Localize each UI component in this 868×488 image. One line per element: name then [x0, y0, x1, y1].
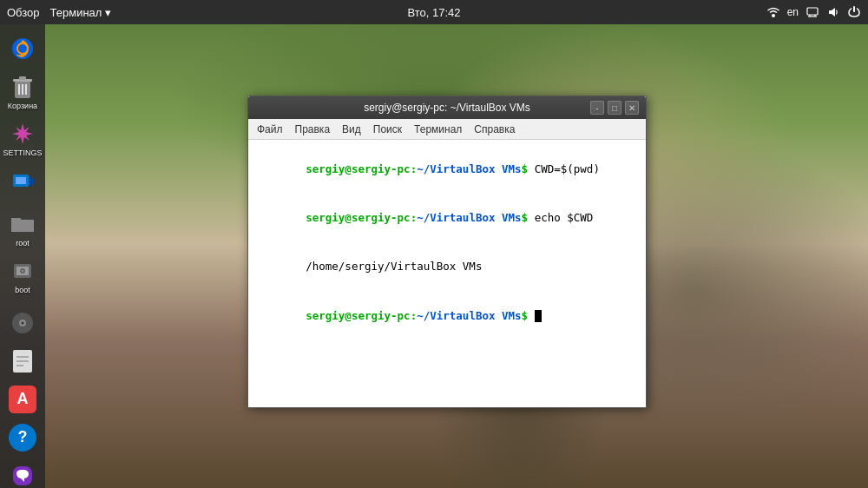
dock-item-settings[interactable]: SETTINGS — [3, 116, 42, 162]
prompt-dollar-1: $ — [522, 162, 529, 175]
cmd-2: echo $CWD — [528, 211, 593, 224]
firefox-icon — [9, 35, 36, 63]
virtualbox-icon — [9, 167, 36, 195]
prompt-dir-2: ~/VirtaulBox VMs — [417, 211, 521, 224]
terminal-menu-view[interactable]: Вид — [337, 122, 366, 137]
dock-item-virtualbox[interactable] — [3, 163, 42, 200]
cursor — [535, 310, 542, 322]
trash-icon — [9, 73, 36, 101]
dock-item-trash[interactable]: Корзина — [3, 69, 42, 115]
settings-label: SETTINGS — [3, 149, 43, 158]
prompt-dollar-2: $ — [522, 211, 529, 224]
svg-marker-5 — [829, 8, 835, 16]
terminal-maximize-btn[interactable]: □ — [608, 101, 621, 115]
terminal-menu-edit[interactable]: Правка — [290, 122, 336, 137]
svg-point-7 — [18, 44, 27, 53]
terminal-title: sergiy@sergiy-pc: ~/VirtaulBox VMs — [364, 102, 530, 114]
terminal-controls: - □ ✕ — [590, 101, 639, 115]
terminal-body[interactable]: sergiy@sergiy-pc:~/VirtaulBox VMs$ CWD=$… — [248, 140, 646, 407]
cmd-3 — [528, 309, 535, 322]
prompt-dir-3: ~/VirtaulBox VMs — [417, 309, 521, 322]
top-panel: Обзор Терминал ▾ Вто, 17:42 en — [0, 0, 868, 24]
terminal-menu-terminal[interactable]: Терминал — [409, 122, 467, 137]
power-icon[interactable] — [847, 5, 861, 19]
dock-item-files[interactable] — [3, 344, 42, 380]
prompt-user-1: sergiy@sergiy-pc — [306, 162, 410, 175]
panel-datetime: Вто, 17:42 — [407, 6, 460, 19]
panel-left: Обзор Терминал ▾ — [7, 6, 111, 19]
terminal-menu-file[interactable]: Файл — [252, 122, 288, 137]
cmd-1: CWD=$(pwd) — [528, 162, 600, 175]
network-wired-icon[interactable] — [806, 5, 819, 19]
viber-icon — [9, 462, 36, 488]
svg-point-0 — [772, 14, 775, 17]
prompt-user-2: sergiy@sergiy-pc — [306, 211, 410, 224]
prompt-user-3: sergiy@sergiy-pc — [306, 309, 410, 322]
prompt-dir-1: ~/VirtaulBox VMs — [417, 162, 521, 175]
terminal-close-btn[interactable]: ✕ — [625, 101, 639, 115]
root-label: root — [16, 240, 30, 248]
desktop: Обзор Терминал ▾ Вто, 17:42 en — [0, 0, 868, 488]
svg-rect-10 — [19, 76, 26, 80]
boot-icon — [9, 257, 36, 285]
output-text: /home/sergiy/VirtaulBox VMs — [306, 260, 482, 273]
svg-point-21 — [22, 270, 23, 272]
terminal-menu-help[interactable]: Справка — [469, 122, 520, 137]
network-icon[interactable] — [766, 5, 780, 19]
svg-rect-17 — [16, 177, 26, 184]
panel-terminal-menu[interactable]: Терминал ▾ — [50, 6, 112, 19]
svg-rect-1 — [807, 8, 818, 15]
settings-icon — [9, 120, 36, 148]
panel-right: en — [766, 5, 861, 19]
dock-item-viber[interactable] — [3, 458, 42, 488]
svg-marker-14 — [12, 123, 33, 144]
disk-icon — [9, 309, 36, 337]
terminal-titlebar: sergiy@sergiy-pc: ~/VirtaulBox VMs - □ ✕ — [248, 96, 646, 119]
svg-point-24 — [22, 321, 24, 324]
dock-item-boot[interactable]: boot — [3, 254, 42, 299]
terminal-line-prompt: sergiy@sergiy-pc:~/VirtaulBox VMs$ — [253, 292, 641, 340]
terminal-minimize-btn[interactable]: - — [590, 101, 604, 115]
terminal-line-1: sergiy@sergiy-pc:~/VirtaulBox VMs$ CWD=$… — [253, 145, 641, 194]
dock-item-firefox[interactable] — [3, 31, 42, 68]
volume-icon[interactable] — [826, 5, 840, 19]
dock: Корзина SETTINGS — [0, 24, 45, 488]
terminal-window[interactable]: sergiy@sergiy-pc: ~/VirtaulBox VMs - □ ✕… — [247, 96, 647, 408]
root-folder-icon — [9, 210, 36, 238]
dock-item-help[interactable]: ? — [3, 420, 42, 457]
dock-item-appstore[interactable]: A — [3, 382, 42, 419]
appstore-icon: A — [9, 386, 36, 413]
prompt-dollar-3: $ — [522, 309, 529, 322]
terminal-line-output: /home/sergiy/VirtaulBox VMs — [253, 243, 641, 292]
terminal-menu-search[interactable]: Поиск — [368, 122, 407, 137]
terminal-menubar: Файл Правка Вид Поиск Терминал Справка — [248, 119, 646, 140]
boot-label: boot — [15, 287, 30, 295]
panel-app-name[interactable]: Обзор — [7, 6, 40, 19]
dock-item-disk[interactable] — [3, 306, 42, 342]
trash-label: Корзина — [8, 102, 37, 111]
files-icon — [9, 347, 36, 375]
dock-item-root[interactable]: root — [3, 207, 42, 252]
panel-lang[interactable]: en — [787, 6, 799, 18]
help-icon: ? — [9, 424, 36, 452]
svg-marker-16 — [29, 176, 34, 187]
terminal-line-2: sergiy@sergiy-pc:~/VirtaulBox VMs$ echo … — [253, 194, 641, 242]
